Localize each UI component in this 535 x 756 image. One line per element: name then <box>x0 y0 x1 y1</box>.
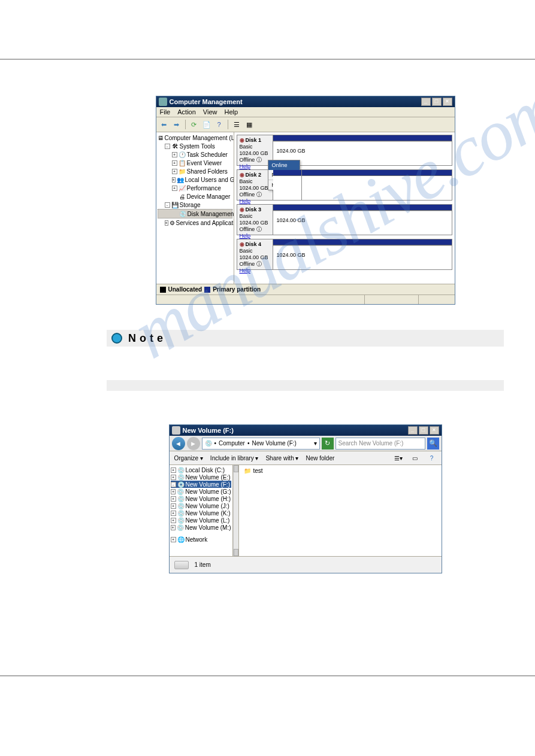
disk-bar[interactable] <box>273 170 452 200</box>
menu-action[interactable]: Action <box>177 108 196 116</box>
breadcrumb-computer[interactable]: Computer <box>219 440 245 447</box>
menu-help[interactable]: Help <box>224 108 238 116</box>
preview-pane-icon[interactable]: ▭ <box>410 453 420 463</box>
legend-primary: Primary partition <box>213 286 261 293</box>
tree-local-disk[interactable]: +💿Local Disk (C:) <box>171 466 231 473</box>
help-icon[interactable]: ? <box>427 453 437 463</box>
close-button[interactable]: × <box>443 98 452 106</box>
search-button[interactable]: 🔍 <box>427 438 439 450</box>
disk-help-link[interactable]: Help <box>240 198 270 205</box>
cmd-newfolder[interactable]: New folder <box>306 455 334 462</box>
exp-main-panel[interactable]: 📁 test <box>239 465 442 556</box>
expand-icon[interactable]: - <box>165 144 170 149</box>
expand-icon[interactable]: + <box>171 525 176 530</box>
tree-scrollbar[interactable] <box>233 465 239 556</box>
maximize-button[interactable]: □ <box>419 426 428 435</box>
minimize-button[interactable]: _ <box>421 98 431 106</box>
expand-icon[interactable]: + <box>165 220 168 226</box>
expand-icon[interactable]: + <box>171 475 176 480</box>
tree-volume[interactable]: +💿New Volume (M:) <box>171 524 231 531</box>
dropdown-icon[interactable]: ▾ <box>314 440 317 447</box>
drive-app-icon <box>172 426 180 435</box>
tree-volume[interactable]: +💿New Volume (H:) <box>171 495 231 502</box>
disk-bar[interactable]: 1024.00 GB <box>273 205 452 235</box>
expand-icon[interactable]: - <box>171 482 176 487</box>
tree-volume[interactable]: +💿New Volume (J:) <box>171 502 231 509</box>
disk-help-link[interactable]: Help <box>240 163 270 170</box>
tools-icon: 🛠 <box>171 142 179 150</box>
cm-menubar: File Action View Help <box>156 107 455 117</box>
expand-icon[interactable]: + <box>171 503 176 509</box>
tree-performance[interactable]: + 📈 Performance <box>158 184 232 192</box>
refresh-icon[interactable]: ⟳ <box>189 119 200 130</box>
tree-task-scheduler[interactable]: + 🕐 Task Scheduler <box>158 150 232 159</box>
menu-file[interactable]: File <box>160 108 171 116</box>
view-menu-icon[interactable]: ☰▾ <box>394 453 403 463</box>
tree-disk-management[interactable]: 💿 Disk Management <box>158 209 232 218</box>
close-button[interactable]: × <box>430 426 439 435</box>
disk-help-link[interactable]: Help <box>240 233 270 239</box>
go-button[interactable]: ↻ <box>322 438 334 450</box>
disk-bar[interactable]: 1024.00 GB <box>273 239 452 269</box>
cmd-organize[interactable]: Organize ▾ <box>174 455 203 462</box>
drive-icon: 💿 <box>177 466 185 473</box>
expand-icon[interactable]: + <box>171 489 176 494</box>
minimize-button[interactable]: _ <box>408 426 418 435</box>
tree-services-apps[interactable]: + ⚙ Services and Applications <box>158 218 232 227</box>
tree-shared-folders[interactable]: + 📁 Shared Folders <box>158 167 232 175</box>
tree-root-label: Computer Management (Local) <box>165 135 234 141</box>
disk-name: Disk 1 <box>246 137 262 143</box>
grid-icon[interactable]: ▦ <box>244 119 255 130</box>
tree-volume-selected[interactable]: -💿New Volume (F:) <box>171 481 231 488</box>
tree-volume[interactable]: +💿New Volume (L:) <box>171 517 231 524</box>
event-icon: 📋 <box>179 159 186 166</box>
expand-icon[interactable]: - <box>165 202 170 208</box>
breadcrumb-current[interactable]: New Volume (F:) <box>252 440 296 447</box>
tree-device-manager[interactable]: 🖨 Device Manager <box>158 192 232 201</box>
device-icon: 🖨 <box>179 193 186 200</box>
expand-icon[interactable]: + <box>171 518 176 523</box>
search-input[interactable]: Search New Volume (F:) <box>335 438 425 450</box>
menu-online[interactable]: Online <box>268 160 300 170</box>
status-drive-icon <box>174 561 189 569</box>
tree-volume[interactable]: +💿New Volume (G:) <box>171 488 231 495</box>
cmd-include[interactable]: Include in library ▾ <box>210 455 259 462</box>
tree-volume[interactable]: +💿New Volume (E:) <box>171 473 231 481</box>
disk-row[interactable]: ◉Disk 4 Basic 1024.00 GB Offline ⓘ Help … <box>237 239 452 270</box>
folder-item[interactable]: 📁 test <box>244 467 437 474</box>
expand-icon[interactable]: + <box>172 186 177 191</box>
nav-forward-button[interactable]: ► <box>187 437 200 450</box>
address-bar[interactable]: 💿 • Computer • New Volume (F:) ▾ <box>202 438 320 450</box>
expand-icon[interactable]: + <box>172 152 177 157</box>
expand-icon[interactable]: + <box>172 169 177 174</box>
list-icon[interactable]: ☰ <box>231 119 242 130</box>
tree-root[interactable]: 🖥 Computer Management (Local) <box>158 133 232 142</box>
expand-icon[interactable]: + <box>171 496 176 502</box>
disk-row[interactable]: ◉Disk 3 Basic 1024.00 GB Offline ⓘ Help … <box>237 204 452 235</box>
tree-local-users[interactable]: + 👥 Local Users and Groups <box>158 175 232 184</box>
tree-system-tools[interactable]: - 🛠 System Tools <box>158 142 232 150</box>
tree-event-viewer[interactable]: + 📋 Event Viewer <box>158 159 232 167</box>
disk-icon: 💿 <box>179 210 186 217</box>
tree-storage[interactable]: - 💾 Storage <box>158 201 232 209</box>
expand-icon[interactable]: + <box>171 467 176 473</box>
expand-icon[interactable]: + <box>172 160 177 166</box>
users-icon: 👥 <box>177 176 184 183</box>
expand-icon[interactable]: + <box>172 177 176 183</box>
back-icon[interactable]: ⬅ <box>159 119 170 130</box>
expand-icon[interactable]: + <box>171 511 176 516</box>
menu-view[interactable]: View <box>203 108 217 116</box>
properties-icon[interactable]: 📄 <box>201 119 212 130</box>
tree-network[interactable]: +🌐Network <box>171 536 231 543</box>
expand-icon[interactable]: + <box>171 537 176 542</box>
help-icon[interactable]: ? <box>214 119 225 130</box>
cmd-share[interactable]: Share with ▾ <box>265 455 298 462</box>
note-label: Note <box>128 332 167 345</box>
cm-statusbar <box>156 294 455 304</box>
nav-back-button[interactable]: ◄ <box>172 437 185 450</box>
exp-titlebar: New Volume (F:) _ □ × <box>170 425 442 436</box>
tree-volume[interactable]: +💿New Volume (K:) <box>171 509 231 517</box>
maximize-button[interactable]: □ <box>432 98 442 106</box>
disk-help-link[interactable]: Help <box>240 268 270 274</box>
forward-icon[interactable]: ➡ <box>171 119 182 130</box>
